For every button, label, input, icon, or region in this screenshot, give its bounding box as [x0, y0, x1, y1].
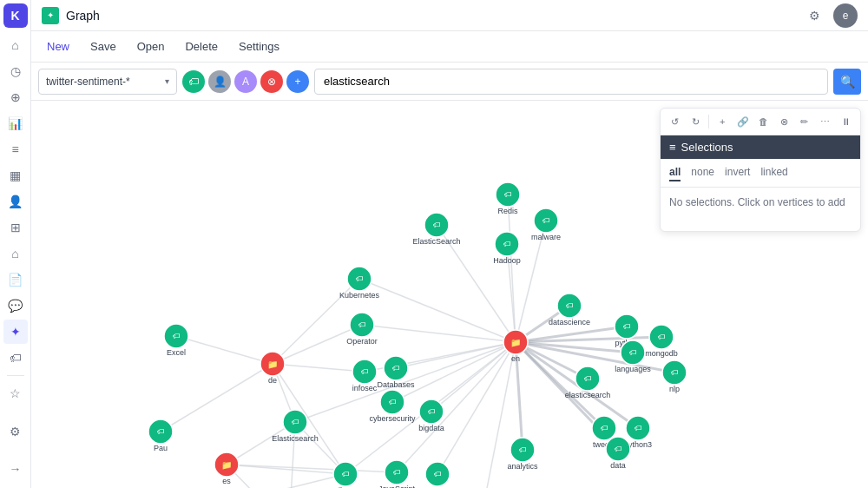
- selections-header: ≡ Selections: [661, 135, 860, 159]
- tab-linked[interactable]: linked: [760, 164, 787, 181]
- sidebar-item-star[interactable]: ☆: [3, 381, 28, 406]
- node-malware[interactable]: 🏷malware: [531, 208, 561, 241]
- svg-text:🏷: 🏷: [566, 301, 574, 310]
- exclude-btn[interactable]: ⊗: [774, 112, 793, 131]
- node-Databases[interactable]: 🏷Databases: [377, 356, 415, 389]
- node-es[interactable]: 📁es: [214, 452, 239, 485]
- node-Pau[interactable]: 🏷Pau: [148, 419, 173, 452]
- tab-none[interactable]: none: [691, 164, 714, 181]
- main-content: ✦ Graph ⚙ e New Save Open Delete Setting…: [31, 0, 868, 488]
- node-bigdata[interactable]: 🏷bigdata: [418, 399, 444, 432]
- settings-button[interactable]: ⚙: [802, 3, 826, 28]
- node-Kubernetes[interactable]: 🏷Kubernetes: [339, 267, 380, 300]
- svg-text:data: data: [610, 461, 626, 470]
- svg-text:🏷: 🏷: [389, 398, 397, 406]
- selections-panel: ↺ ↻ + 🔗 🗑 ⊗ ✏ ⋯ ⏸ ≡ Selections all none …: [660, 108, 861, 232]
- sidebar-item-settings[interactable]: ⚙: [3, 419, 28, 444]
- menu-save[interactable]: Save: [82, 36, 125, 56]
- node-de[interactable]: 📁de: [260, 352, 285, 385]
- sidebar-item-chat[interactable]: 💬: [3, 293, 28, 318]
- undo-btn[interactable]: ↺: [666, 112, 685, 131]
- menu-open[interactable]: Open: [128, 36, 174, 56]
- sidebar-divider: [7, 375, 24, 376]
- svg-text:cybersecurity: cybersecurity: [369, 414, 416, 423]
- node-data[interactable]: 🏷data: [606, 437, 630, 470]
- svg-text:🏷: 🏷: [629, 348, 637, 357]
- node-JavaScript[interactable]: 🏷JavaScript: [378, 460, 416, 488]
- svg-text:🏷: 🏷: [519, 445, 527, 454]
- graph-area[interactable]: 🏷Redis🏷malware🏷ElasticSearch🏷Hadoop🏷Kube…: [31, 101, 868, 488]
- svg-text:Operator: Operator: [346, 337, 378, 346]
- sidebar-item-search[interactable]: ⊕: [3, 85, 28, 109]
- svg-text:Hadoop: Hadoop: [493, 256, 521, 265]
- svg-text:📁: 📁: [221, 459, 233, 471]
- tab-invert[interactable]: invert: [725, 164, 750, 181]
- add-btn[interactable]: +: [713, 112, 732, 131]
- menu-new[interactable]: New: [38, 36, 78, 56]
- index-selector[interactable]: twitter-sentiment-* ▾: [38, 69, 177, 95]
- sidebar-item-grid[interactable]: ⊞: [3, 215, 28, 240]
- exclude-filter-btn[interactable]: ⊗: [260, 70, 283, 93]
- pause-btn[interactable]: ⏸: [836, 112, 855, 131]
- svg-text:languages: languages: [615, 365, 651, 373]
- svg-text:analytics: analytics: [507, 462, 538, 471]
- svg-text:🏷: 🏷: [392, 364, 400, 373]
- sidebar-item-docs[interactable]: 📄: [3, 267, 28, 292]
- sidebar-item-clock[interactable]: ◷: [3, 59, 28, 83]
- redo-btn[interactable]: ↻: [687, 112, 706, 131]
- tab-all[interactable]: all: [669, 164, 681, 181]
- titlebar-actions: ⚙ e: [802, 3, 858, 28]
- menu-delete[interactable]: Delete: [176, 36, 227, 56]
- svg-text:🏷: 🏷: [428, 407, 436, 416]
- svg-text:Redis: Redis: [497, 207, 518, 215]
- sidebar-item-home[interactable]: ⌂: [3, 33, 28, 57]
- user-avatar[interactable]: e: [833, 3, 858, 28]
- node-Hadoop[interactable]: 🏷Hadoop: [493, 232, 521, 265]
- node-nlp[interactable]: 🏷nlp: [662, 360, 687, 393]
- svg-text:🏷: 🏷: [504, 190, 512, 199]
- node-Operator[interactable]: 🏷Operator: [346, 313, 378, 346]
- sidebar-item-tags[interactable]: 🏷: [3, 346, 28, 370]
- node-analytics[interactable]: 🏷analytics: [507, 438, 538, 471]
- tag-filter-btn[interactable]: 🏷: [182, 70, 205, 93]
- chevron-down-icon: ▾: [165, 76, 169, 86]
- sidebar-item-analytics[interactable]: 📊: [3, 111, 28, 135]
- svg-text:🏷: 🏷: [292, 418, 299, 426]
- delete-btn[interactable]: 🗑: [754, 112, 773, 131]
- menu-settings[interactable]: Settings: [230, 36, 288, 56]
- node-Redis[interactable]: 🏷Redis: [496, 182, 520, 215]
- sidebar-item-calendar[interactable]: ▦: [3, 163, 28, 188]
- app-logo[interactable]: K: [3, 3, 28, 28]
- svg-text:malware: malware: [531, 233, 561, 241]
- svg-text:de: de: [268, 376, 277, 385]
- sidebar-item-users[interactable]: 👤: [3, 189, 28, 214]
- node-Kibana[interactable]: 🏷Kibana: [333, 462, 358, 488]
- node-ElasticSearch[interactable]: 🏷ElasticSearch: [412, 213, 460, 246]
- edit-btn[interactable]: ✏: [795, 112, 814, 131]
- sidebar-item-graph[interactable]: ✦: [3, 320, 28, 344]
- search-input[interactable]: [314, 69, 828, 95]
- node-infosec[interactable]: 🏷infosec: [352, 359, 378, 392]
- filter-buttons: 🏷 👤 A ⊗ +: [182, 70, 309, 93]
- sidebar-item-home2[interactable]: ⌂: [3, 241, 28, 266]
- search-button[interactable]: 🔍: [833, 69, 861, 95]
- svg-text:🏷: 🏷: [433, 221, 441, 229]
- more-btn[interactable]: ⋯: [816, 112, 835, 131]
- sidebar-item-table[interactable]: ≡: [3, 137, 28, 162]
- user-filter-btn[interactable]: 👤: [208, 70, 231, 93]
- link-btn[interactable]: 🔗: [733, 112, 753, 131]
- svg-text:📁: 📁: [267, 359, 279, 370]
- node-Excel[interactable]: 🏷Excel: [164, 324, 188, 357]
- svg-text:🏷: 🏷: [635, 424, 642, 432]
- text-filter-btn[interactable]: A: [234, 70, 257, 93]
- node-datascience[interactable]: 🏷datascience: [549, 293, 590, 326]
- node-Elasticsearch[interactable]: 🏷Elasticsearch: [272, 410, 319, 443]
- svg-text:🏷: 🏷: [361, 367, 369, 376]
- node-cybersecurity[interactable]: 🏷cybersecurity: [369, 390, 416, 423]
- node-mongodb[interactable]: 🏷mongodb: [645, 325, 678, 358]
- add-filter-btn[interactable]: +: [286, 70, 309, 93]
- selections-toolbar: ↺ ↻ + 🔗 🗑 ⊗ ✏ ⋯ ⏸: [661, 109, 860, 135]
- node-BI[interactable]: 🏷BI: [425, 462, 450, 488]
- sidebar-expand-btn[interactable]: →: [3, 457, 28, 481]
- node-en[interactable]: 📁en: [503, 330, 528, 363]
